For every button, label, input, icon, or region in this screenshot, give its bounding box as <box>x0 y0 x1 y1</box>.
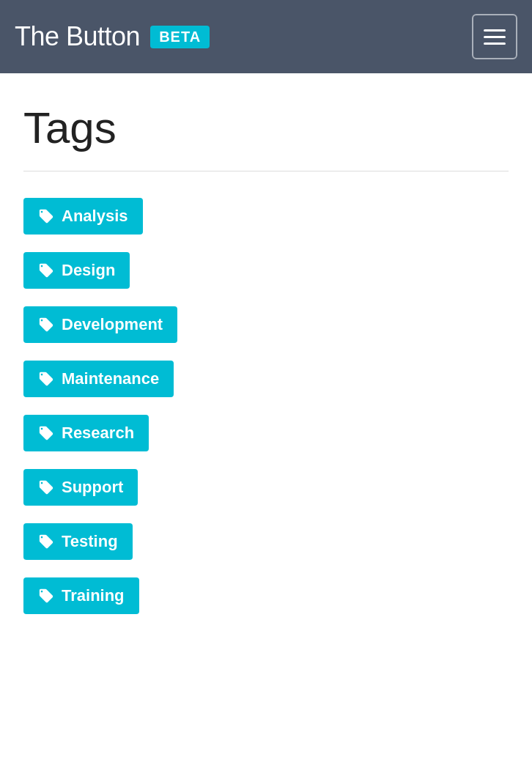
tag-item-testing[interactable]: Testing <box>23 523 133 560</box>
hamburger-line-3 <box>484 43 506 45</box>
tag-icon-support <box>38 479 54 495</box>
main-content: Tags Analysis Design Development Mainten… <box>0 73 532 661</box>
beta-badge: BETA <box>150 26 210 48</box>
hamburger-line-1 <box>484 29 506 32</box>
tag-item-development[interactable]: Development <box>23 306 177 343</box>
tag-label-maintenance: Maintenance <box>62 369 159 388</box>
tag-icon-research <box>38 425 54 441</box>
tag-label-training: Training <box>62 586 125 605</box>
tag-label-analysis: Analysis <box>62 207 128 226</box>
tag-item-analysis[interactable]: Analysis <box>23 198 143 235</box>
tag-icon-maintenance <box>38 371 54 387</box>
brand: The Button BETA <box>15 21 210 52</box>
hamburger-line-2 <box>484 36 506 38</box>
tag-label-development: Development <box>62 315 163 334</box>
tag-icon-analysis <box>38 208 54 224</box>
tags-list: Analysis Design Development Maintenance … <box>23 198 509 632</box>
hamburger-button[interactable] <box>472 14 517 59</box>
tag-icon-design <box>38 262 54 278</box>
tag-icon-development <box>38 317 54 333</box>
tag-label-testing: Testing <box>62 532 118 551</box>
tag-label-support: Support <box>62 478 123 497</box>
tag-label-research: Research <box>62 424 134 443</box>
tag-label-design: Design <box>62 261 115 280</box>
title-divider <box>23 171 509 171</box>
tag-icon-training <box>38 588 54 604</box>
site-title: The Button <box>15 21 140 52</box>
tag-item-research[interactable]: Research <box>23 415 149 451</box>
tag-item-training[interactable]: Training <box>23 577 139 614</box>
tag-item-design[interactable]: Design <box>23 252 130 289</box>
page-title: Tags <box>23 103 509 153</box>
tag-item-support[interactable]: Support <box>23 469 138 506</box>
tag-icon-testing <box>38 533 54 550</box>
site-header: The Button BETA <box>0 0 532 73</box>
tag-item-maintenance[interactable]: Maintenance <box>23 361 174 397</box>
